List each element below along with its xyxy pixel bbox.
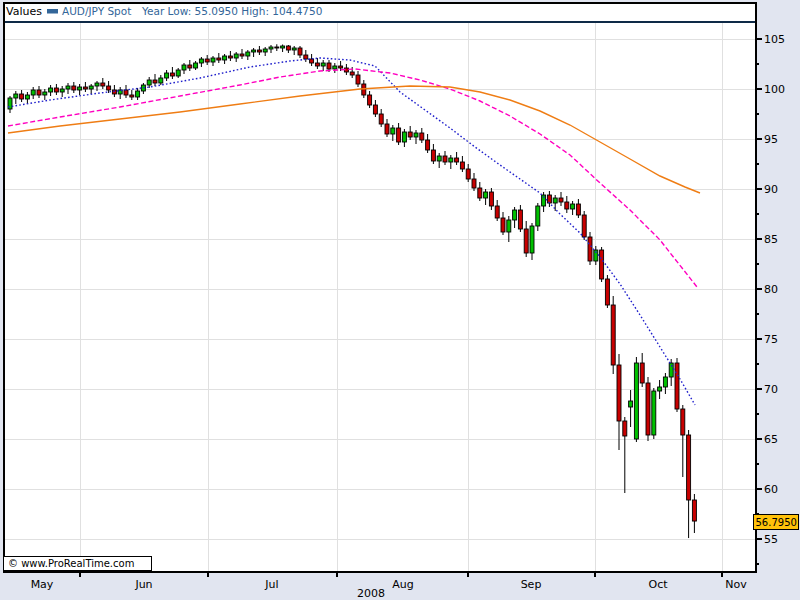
candle-body xyxy=(234,54,238,58)
candle-body xyxy=(426,140,430,150)
month-label: May xyxy=(31,578,54,591)
month-label: Jun xyxy=(134,578,152,591)
candle-body xyxy=(327,63,331,69)
candle-body xyxy=(78,87,82,90)
candle-body xyxy=(489,192,493,206)
candle-body xyxy=(356,75,360,84)
candle-body xyxy=(298,48,302,55)
candle-body xyxy=(449,158,453,162)
last-price-tag: 56.7950 xyxy=(753,514,798,529)
candle-body xyxy=(524,229,528,253)
y-axis-label: 95 xyxy=(764,133,778,146)
candle-body xyxy=(333,66,337,69)
y-axis-label: 85 xyxy=(764,233,778,246)
candle-body xyxy=(20,94,24,99)
candle-body xyxy=(646,383,650,435)
watermark[interactable]: © www.ProRealTime.com xyxy=(4,557,152,571)
candle-body xyxy=(217,58,221,60)
candle-body xyxy=(66,86,70,89)
candle-body xyxy=(124,90,128,95)
candle-body xyxy=(205,59,209,62)
candle-body xyxy=(223,56,227,60)
candle-body xyxy=(321,63,325,66)
values-label: Values xyxy=(6,5,42,18)
candle-body xyxy=(188,65,192,68)
candle-body xyxy=(228,56,232,58)
candle-body xyxy=(286,46,290,50)
candle-body xyxy=(397,128,401,142)
candle-body xyxy=(431,150,435,161)
candle-body xyxy=(663,377,667,387)
candle-body xyxy=(437,156,441,161)
price-chart: 105100959085807570656055MayJunJulAugSepO… xyxy=(0,0,800,600)
candle-body xyxy=(350,72,354,75)
candle-body xyxy=(147,80,151,85)
y-axis-label: 105 xyxy=(764,33,785,46)
candle-body xyxy=(559,198,563,202)
candle-body xyxy=(252,50,256,52)
candle-body xyxy=(368,95,372,105)
y-axis-label: 65 xyxy=(764,433,778,446)
watermark-text: © www.ProRealTime.com xyxy=(8,558,134,569)
candle-body xyxy=(25,95,29,99)
candle-body xyxy=(675,363,679,409)
candle-body xyxy=(246,52,250,56)
candle-body xyxy=(495,206,499,218)
candle-body xyxy=(60,89,64,92)
year-label: 2008 xyxy=(357,587,385,600)
candle-body xyxy=(507,220,511,232)
candle-body xyxy=(165,73,169,78)
candle-body xyxy=(629,401,633,407)
y-axis-label: 80 xyxy=(764,283,778,296)
candle-body xyxy=(95,83,99,86)
candle-body xyxy=(565,202,569,209)
candle-body xyxy=(669,363,673,377)
candle-body xyxy=(571,204,575,209)
candle-body xyxy=(652,391,656,435)
candle-body xyxy=(315,63,319,66)
candle-body xyxy=(159,78,163,83)
candle-body xyxy=(513,210,517,220)
candle-body xyxy=(634,363,638,439)
candle-body xyxy=(658,387,662,391)
candle-body xyxy=(553,198,557,203)
candle-body xyxy=(54,88,58,92)
candle-body xyxy=(466,169,470,179)
candle-body xyxy=(263,49,267,52)
series-name[interactable]: AUD/JPY Spot xyxy=(62,5,131,17)
candle-body xyxy=(211,58,215,62)
month-label: Jul xyxy=(264,578,278,591)
y-axis-label: 60 xyxy=(764,483,778,496)
candle-body xyxy=(687,435,691,500)
candle-body xyxy=(681,409,685,435)
candle-body xyxy=(257,50,261,52)
candle-body xyxy=(484,192,488,198)
y-axis-label: 100 xyxy=(764,83,785,96)
year-range-label: Year Low: 55.0950 High: 104.4750 xyxy=(141,5,322,17)
candle-body xyxy=(576,204,580,215)
candle-body xyxy=(385,124,389,134)
candle-body xyxy=(182,65,186,70)
candle-body xyxy=(101,83,105,86)
month-label: Sep xyxy=(521,578,542,591)
chart-window: 105100959085807570656055MayJunJulAugSepO… xyxy=(0,0,800,600)
candle-body xyxy=(170,73,174,76)
month-label: Nov xyxy=(725,578,747,591)
candle-body xyxy=(14,94,18,98)
series-swatch-icon xyxy=(47,9,58,14)
candle-body xyxy=(617,365,621,421)
candle-body xyxy=(304,55,308,59)
candle-body xyxy=(89,86,93,89)
candle-body xyxy=(547,195,551,203)
y-axis-label: 55 xyxy=(764,533,778,546)
last-price-tag-text: 56.7950 xyxy=(756,517,797,528)
candle-body xyxy=(83,87,87,89)
candle-body xyxy=(49,88,53,92)
month-label: Aug xyxy=(392,578,413,591)
candle-body xyxy=(455,158,459,162)
candle-body xyxy=(176,70,180,76)
candle-body xyxy=(292,48,296,50)
candle-body xyxy=(478,188,482,198)
candle-body xyxy=(414,133,418,137)
candle-body xyxy=(640,363,644,383)
